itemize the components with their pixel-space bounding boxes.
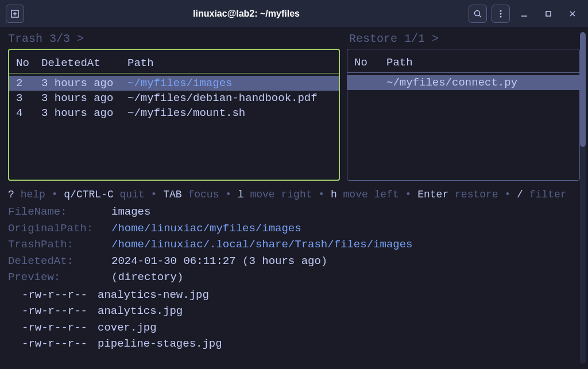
cell-no: 1 (354, 76, 386, 89)
table-row[interactable]: 33 hours ago~/myfiles/debian-handbook.pd… (9, 91, 339, 106)
cell-path: ~/myfiles/debian-handbook.pdf (127, 92, 332, 104)
trash-pane-header: Trash 3/3 > (8, 32, 340, 45)
file-perm: -rw-r--r-- (22, 320, 98, 336)
file-name: pipeline-stages.jpg (98, 336, 222, 352)
col-deletedat: DeletedAt (41, 57, 127, 69)
cell-path: ~/myfiles/mount.sh (127, 107, 332, 119)
col-no: No (16, 57, 41, 69)
preview-file-row: -rw-r--r--pipeline-stages.jpg (8, 336, 580, 352)
scrollbar-thumb[interactable] (580, 32, 586, 147)
originalpath-value: /home/linuxiac/myfiles/images (111, 220, 301, 237)
search-button[interactable] (469, 5, 487, 23)
cell-deletedat: 3 hours ago (41, 92, 127, 104)
trash-table-header: No DeletedAt Path (9, 57, 339, 73)
minimize-button[interactable] (514, 6, 534, 22)
svg-point-6 (500, 13, 502, 14)
filename-value: images (111, 204, 150, 220)
scrollbar[interactable] (580, 32, 586, 364)
table-row[interactable]: 1~/myfiles/connect.py (347, 75, 579, 90)
svg-line-4 (479, 15, 482, 17)
help-bar: ? help • q/CTRL-C quit • TAB focus • l m… (8, 189, 580, 200)
deletedat-label: DeletedAt: (8, 253, 111, 270)
cell-no: 2 (16, 77, 41, 90)
maximize-button[interactable] (539, 6, 558, 22)
preview-file-row: -rw-r--r--analytics.jpg (8, 303, 580, 320)
col-no: No (354, 56, 386, 69)
filename-label: FileName: (8, 204, 111, 220)
table-row[interactable]: 23 hours ago~/myfiles/images (9, 76, 339, 91)
file-perm: -rw-r--r-- (22, 303, 98, 320)
cell-deletedat: 3 hours ago (41, 107, 127, 119)
new-tab-button[interactable] (6, 5, 24, 23)
col-path: Path (386, 56, 572, 69)
file-perm: -rw-r--r-- (22, 336, 98, 352)
cell-path: ~/myfiles/images (127, 77, 332, 90)
deletedat-value: 2024-01-30 06:11:27 (3 hours ago) (111, 253, 327, 270)
table-row[interactable]: 43 hours ago~/myfiles/mount.sh (9, 106, 339, 121)
restore-table-header: No Path (347, 56, 579, 73)
col-path: Path (127, 57, 332, 69)
trashpath-label: TrashPath: (8, 236, 111, 253)
originalpath-label: OriginalPath: (8, 220, 111, 237)
svg-point-5 (500, 10, 502, 11)
preview-file-row: -rw-r--r--analytics-new.jpg (8, 287, 580, 304)
preview-label: Preview: (8, 269, 111, 286)
restore-pane[interactable]: No Path 1~/myfiles/connect.py (347, 49, 580, 181)
cell-no: 3 (16, 92, 41, 104)
cell-path: ~/myfiles/connect.py (386, 76, 572, 89)
svg-point-3 (475, 10, 480, 15)
window-titlebar: linuxiac@lab2: ~/myfiles (0, 0, 588, 28)
svg-point-7 (500, 15, 502, 17)
close-button[interactable] (563, 6, 582, 22)
cell-no: 4 (16, 107, 41, 119)
file-details: FileName: images OriginalPath: /home/lin… (8, 204, 580, 352)
terminal-content: Trash 3/3 > Restore 1/1 > No DeletedAt P… (0, 28, 588, 369)
preview-value: (directory) (111, 269, 183, 286)
cell-deletedat: 3 hours ago (41, 77, 127, 90)
file-name: analytics.jpg (98, 303, 183, 320)
menu-button[interactable] (492, 5, 510, 23)
file-name: cover.jpg (98, 320, 157, 336)
preview-file-row: -rw-r--r--cover.jpg (8, 320, 580, 336)
file-perm: -rw-r--r-- (22, 287, 98, 304)
trashpath-value: /home/linuxiac/.local/share/Trash/files/… (111, 236, 413, 253)
trash-pane[interactable]: No DeletedAt Path 23 hours ago~/myfiles/… (8, 49, 340, 181)
file-name: analytics-new.jpg (98, 287, 209, 304)
window-title: linuxiac@lab2: ~/myfiles (24, 9, 469, 19)
restore-pane-header: Restore 1/1 > (349, 32, 580, 45)
svg-rect-9 (546, 11, 551, 16)
